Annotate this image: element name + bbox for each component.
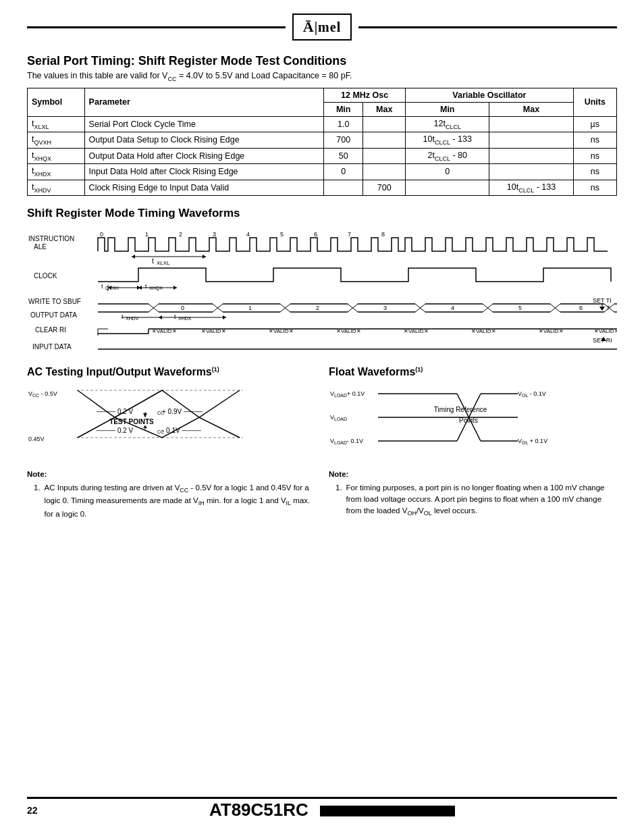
svg-text:✕VALID✕: ✕VALID✕ (471, 328, 496, 334)
float-waveforms-title: Float Waveforms(1) (329, 366, 617, 378)
ac-testing-waveform: VCC - 0.5V 0.45V ──── 0.2 V CC + 0.9V ──… (27, 384, 284, 465)
svg-text:Points: Points (459, 417, 478, 424)
logo-a: Ā (303, 18, 315, 35)
svg-text:✕VALID✕: ✕VALID✕ (336, 328, 361, 334)
svg-text:1: 1 (145, 231, 149, 238)
svg-text:7: 7 (348, 231, 351, 238)
serial-port-subtitle: The values in this table are valid for V… (27, 71, 617, 82)
svg-text:- 0.1V ────: - 0.1V ──── (162, 427, 202, 434)
svg-text:VOL - 0.1V: VOL - 0.1V (518, 390, 546, 398)
shift-register-title: Shift Register Mode Timing Waveforms (27, 207, 617, 220)
svg-text:t: t (101, 283, 103, 290)
svg-text:4: 4 (451, 305, 454, 311)
serial-port-timing-title: Serial Port Timing: Shift Register Mode … (27, 54, 617, 68)
col-max1: Max (363, 102, 406, 116)
logo-tmel: |mel (315, 20, 342, 34)
serial-port-timing-section: Serial Port Timing: Shift Register Mode … (27, 54, 617, 196)
svg-text:6: 6 (314, 231, 317, 238)
svg-text:7: 7 (606, 305, 610, 311)
col-max2: Max (489, 102, 573, 116)
shift-register-section: Shift Register Mode Timing Waveforms INS… (27, 207, 617, 359)
svg-text:6: 6 (579, 305, 583, 311)
table-row: tXLXL Serial Port Clock Cycle Time 1.0 1… (28, 116, 617, 132)
svg-text:✕VALID✕: ✕VALID✕ (404, 328, 429, 334)
svg-text:CLEAR RI: CLEAR RI (35, 326, 66, 334)
svg-text:INPUT DATA: INPUT DATA (32, 343, 72, 350)
table-row: tQVXH Output Data Setup to Clock Rising … (28, 132, 617, 149)
col-symbol: Symbol (28, 88, 85, 116)
svg-text:XLXL: XLXL (157, 260, 170, 266)
svg-text:0: 0 (181, 305, 184, 311)
svg-text:INSTRUCTION: INSTRUCTION (28, 235, 74, 242)
svg-text:t: t (122, 313, 124, 320)
svg-text:Timing  Reference: Timing Reference (434, 406, 487, 413)
svg-text:QVXH: QVXH (105, 286, 119, 291)
timing-table: Symbol Parameter 12 MHz Osc Variable Osc… (27, 88, 617, 197)
svg-text:3: 3 (213, 231, 216, 238)
float-waveforms-note: Note: 1. For timing purposes, a port pin… (329, 469, 617, 520)
ac-testing-section: AC Testing Input/Output Waveforms(1) VCC… (27, 366, 315, 521)
ac-testing-note: Note: 1. AC Inputs during testing are dr… (27, 469, 315, 521)
svg-text:0: 0 (100, 231, 103, 238)
svg-marker-116 (143, 425, 147, 428)
svg-text:SET TI: SET TI (593, 297, 612, 304)
symbol-xlxl: tXLXL (28, 116, 85, 132)
page-header: Ā|mel (27, 14, 617, 41)
page-number: 22 (27, 805, 47, 816)
col-variable-osc: Variable Oscillator (406, 88, 573, 102)
svg-text:OUTPUT DATA: OUTPUT DATA (30, 311, 77, 319)
bottom-sections: AC Testing Input/Output Waveforms(1) VCC… (27, 366, 617, 521)
symbol-qvxh: tQVXH (28, 132, 85, 149)
svg-text:ALE: ALE (34, 243, 47, 251)
svg-text:8: 8 (381, 231, 385, 238)
symbol-xhdx: tXHDX (28, 164, 85, 180)
svg-text:VLOAD: VLOAD (330, 414, 347, 421)
svg-text:5: 5 (518, 305, 522, 311)
svg-text:2: 2 (179, 231, 182, 238)
svg-text:XHDV: XHDV (126, 316, 139, 321)
svg-text:+ 0.9V ────: + 0.9V ──── (162, 408, 203, 415)
svg-text:✕VALID✕: ✕VALID✕ (201, 328, 226, 334)
table-row: tXHDX Input Data Hold after Clock Rising… (28, 164, 617, 180)
shift-register-waveform: INSTRUCTION ALE CLOCK WRITE TO SBUF OUTP… (27, 224, 617, 359)
svg-marker-114 (143, 413, 147, 417)
svg-text:XHDX: XHDX (178, 316, 192, 321)
svg-text:VCC - 0.5V: VCC - 0.5V (28, 390, 57, 398)
svg-marker-17 (132, 255, 135, 259)
svg-text:0.45V: 0.45V (28, 436, 45, 442)
svg-text:3: 3 (383, 305, 387, 311)
col-parameter: Parameter (84, 88, 324, 116)
svg-marker-30 (138, 286, 142, 290)
svg-text:2: 2 (316, 305, 319, 311)
svg-marker-80 (159, 315, 162, 319)
ac-testing-title: AC Testing Input/Output Waveforms(1) (27, 366, 315, 378)
svg-text:t: t (145, 283, 147, 290)
col-min2: Min (406, 102, 489, 116)
svg-text:──── 0.2 V: ──── 0.2 V (96, 427, 134, 434)
svg-text:XHQX: XHQX (149, 286, 163, 291)
symbol-xhdv: tXHDV (28, 180, 85, 196)
svg-text:──── 0.2 V: ──── 0.2 V (96, 408, 134, 415)
col-12mhz: 12 MHz Osc (324, 88, 406, 102)
page-footer: 22 AT89C51RC (0, 800, 644, 820)
svg-marker-81 (223, 315, 226, 319)
svg-text:1: 1 (248, 305, 252, 311)
svg-text:CLOCK: CLOCK (34, 272, 57, 280)
symbol-xhqx: tXHQX (28, 148, 85, 164)
float-waveforms-diagram: VLOAD+ 0.1V VLOAD VLOAD- 0.1V VOL - 0.1V… (329, 384, 579, 465)
svg-text:WRITE TO SBUF: WRITE TO SBUF (28, 298, 81, 305)
footer-divider (27, 797, 617, 799)
svg-text:4: 4 (246, 231, 250, 238)
svg-text:✕VALID✕: ✕VALID✕ (539, 328, 564, 334)
svg-marker-76 (599, 307, 605, 311)
svg-marker-31 (173, 286, 177, 290)
footer-device-name: AT89C51RC (47, 800, 617, 820)
float-waveforms-section: Float Waveforms(1) VLOAD+ 0.1V VLOAD VLO… (329, 366, 617, 521)
svg-text:5: 5 (280, 231, 284, 238)
svg-text:VLOAD+ 0.1V: VLOAD+ 0.1V (330, 390, 365, 398)
svg-marker-18 (203, 255, 206, 259)
svg-text:VOL + 0.1V: VOL + 0.1V (518, 438, 547, 445)
svg-text:TEST POINTS: TEST POINTS (109, 418, 154, 425)
svg-text:✕VALID✕: ✕VALID✕ (269, 328, 294, 334)
col-min1: Min (324, 102, 363, 116)
